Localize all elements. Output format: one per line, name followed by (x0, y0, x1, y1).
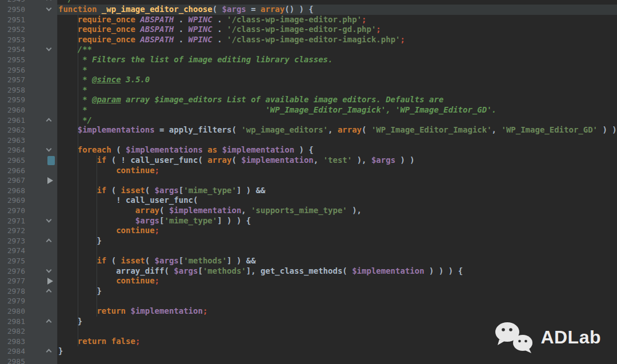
code-line[interactable]: 2967 (0, 175, 617, 186)
fold-end-icon[interactable] (46, 348, 52, 354)
code-line[interactable]: 2954 /** (0, 45, 617, 55)
line-number[interactable]: 2980 (0, 307, 25, 316)
code-token: , (241, 206, 251, 215)
code-line[interactable]: 2966 continue; (0, 166, 617, 176)
code-text: if ( ! call_user_func( array( $implement… (58, 155, 415, 166)
line-number[interactable]: 2965 (0, 156, 25, 165)
code-token: ) ) ) { (424, 266, 463, 275)
fold-end-icon[interactable] (46, 0, 52, 2)
fold-end-icon[interactable] (46, 318, 52, 325)
code-line[interactable]: 2956 * (0, 65, 617, 75)
code-line[interactable]: 2973 } (0, 236, 617, 246)
code-line[interactable]: 2952 require_once ABSPATH . WPINC . '/cl… (0, 25, 617, 35)
line-number[interactable]: 2961 (0, 116, 25, 125)
fold-expand-icon[interactable] (46, 6, 52, 13)
fold-expand-icon[interactable] (46, 268, 52, 274)
code-token (58, 45, 78, 54)
fold-expand-icon[interactable] (46, 46, 52, 53)
fold-end-icon[interactable] (46, 238, 52, 244)
line-number[interactable]: 2985 (0, 357, 25, 364)
line-number[interactable]: 2984 (0, 347, 25, 356)
code-line[interactable]: 2958 * (0, 85, 617, 95)
code-token: $args (371, 155, 395, 165)
fold-expand-icon[interactable] (46, 147, 52, 153)
line-number[interactable]: 2977 (0, 277, 25, 286)
code-line[interactable]: 2957 * @since 3.5.0 (0, 75, 617, 85)
fold-end-icon[interactable] (46, 117, 52, 123)
code-line[interactable]: 2979 (0, 296, 617, 306)
gutter-arrow-icon (47, 278, 53, 285)
line-number[interactable]: 2971 (0, 217, 25, 226)
code-line[interactable]: 2985 (0, 357, 617, 364)
line-number[interactable]: 2953 (0, 35, 25, 45)
code-token: [ (179, 186, 183, 195)
line-number[interactable]: 2982 (0, 327, 25, 336)
code-line[interactable]: 2970 array( $implementation, 'supports_m… (0, 206, 617, 216)
line-number[interactable]: 2969 (0, 196, 25, 205)
fold-expand-icon[interactable] (46, 218, 52, 224)
line-number[interactable]: 2979 (0, 297, 25, 306)
code-text: array_diff( $args['methods'], get_class_… (58, 266, 463, 277)
line-number[interactable]: 2976 (0, 267, 25, 276)
code-line[interactable]: 2964 foreach ( $implementations as $impl… (0, 145, 617, 155)
code-line[interactable]: 2961 */ (0, 115, 617, 126)
code-line[interactable]: 2980 return $implementation; (0, 306, 617, 317)
code-line[interactable]: 2969 ! call_user_func( (0, 195, 617, 206)
line-number[interactable]: 2956 (0, 66, 25, 75)
code-line[interactable]: 2968 if ( isset( $args['mime_type'] ) && (0, 186, 617, 196)
line-number[interactable]: 2964 (0, 146, 25, 155)
line-number[interactable]: 2983 (0, 337, 25, 346)
code-text: continue; (58, 226, 159, 236)
line-number[interactable]: 2972 (0, 226, 25, 235)
code-text: array( $implementation, 'supports_mime_t… (58, 206, 362, 216)
code-line[interactable]: 2971 $args['mime_type'] ) ) { (0, 216, 617, 226)
code-token: ABSPATH (140, 25, 174, 34)
code-line[interactable]: 2962 $implementations = apply_filters( '… (0, 125, 617, 135)
code-line[interactable]: 2976 array_diff( $args['methods'], get_c… (0, 266, 617, 277)
code-token: $implementation (241, 155, 313, 165)
code-line[interactable]: 2972 continue; (0, 226, 617, 236)
line-number[interactable]: 2975 (0, 257, 25, 266)
code-line[interactable]: 2951 require_once ABSPATH . WPINC . '/cl… (0, 15, 617, 25)
code-line[interactable]: 2953 require_once ABSPATH . WPINC . '/cl… (0, 35, 617, 45)
line-number[interactable]: 2978 (0, 287, 25, 296)
line-number[interactable]: 2954 (0, 45, 25, 54)
line-number[interactable]: 2952 (0, 25, 25, 34)
code-text: $implementations = apply_filters( 'wp_im… (58, 125, 617, 135)
code-line[interactable]: 2977 continue; (0, 276, 617, 286)
code-line[interactable]: 2959 * @param array $image_editors List … (0, 95, 617, 105)
code-token: @since (92, 75, 121, 84)
line-number[interactable]: 2955 (0, 55, 25, 65)
line-number[interactable]: 2973 (0, 237, 25, 246)
code-line[interactable]: 2975 if ( isset( $args['methods'] ) && (0, 256, 617, 266)
code-line[interactable]: 2949 */ (0, 0, 617, 5)
code-token: WPINC (189, 35, 213, 44)
code-token: ) { (294, 145, 314, 154)
line-number[interactable]: 2968 (0, 186, 25, 195)
line-number[interactable]: 2949 (0, 0, 25, 4)
line-number[interactable]: 2959 (0, 95, 25, 105)
line-number[interactable]: 2950 (0, 5, 25, 14)
code-line[interactable]: 2963 (0, 135, 617, 146)
code-token: _wp_image_editor_choose (102, 5, 213, 14)
line-number[interactable]: 2970 (0, 206, 25, 215)
line-number[interactable]: 2960 (0, 106, 25, 115)
line-number[interactable]: 2957 (0, 75, 25, 85)
line-number[interactable]: 2951 (0, 15, 25, 25)
code-text: return false; (58, 337, 140, 347)
code-line[interactable]: 2974 (0, 246, 617, 256)
line-number[interactable]: 2958 (0, 86, 25, 95)
line-number[interactable]: 2981 (0, 317, 25, 326)
fold-end-icon[interactable] (46, 288, 52, 294)
code-line[interactable]: 2978 } (0, 286, 617, 297)
line-number[interactable]: 2974 (0, 246, 25, 255)
line-number[interactable]: 2967 (0, 176, 25, 185)
line-number[interactable]: 2962 (0, 126, 25, 135)
code-line[interactable]: 2960 * 'WP_Image_Editor_Imagick', 'WP_Im… (0, 105, 617, 115)
code-token: ; (155, 276, 159, 285)
line-number[interactable]: 2963 (0, 136, 25, 145)
code-line[interactable]: 2965 if ( ! call_user_func( array( $impl… (0, 155, 617, 166)
code-line[interactable]: 2950function _wp_image_editor_choose( $a… (0, 5, 617, 15)
code-line[interactable]: 2955 * Filters the list of image editing… (0, 55, 617, 65)
line-number[interactable]: 2966 (0, 166, 25, 175)
